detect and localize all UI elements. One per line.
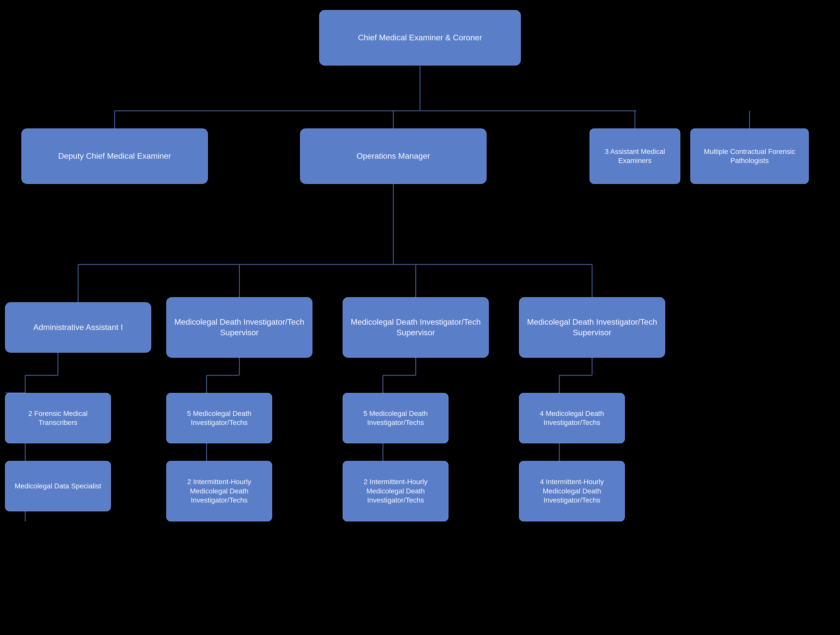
org-chart: Chief Medical Examiner & Coroner Deputy …: [0, 0, 840, 635]
node-deputy: Deputy Chief Medical Examiner: [21, 128, 208, 184]
node-contractual: Multiple Contractual Forensic Pathologis…: [690, 128, 809, 184]
node-intermittent-1: 2 Intermittent-Hourly Medicolegal Death …: [166, 461, 272, 522]
node-intermittent-2: 2 Intermittent-Hourly Medicolegal Death …: [343, 461, 448, 522]
node-inv-techs-1: 5 Medicolegal Death Investigator/Techs: [166, 393, 272, 443]
node-assistant-medical: 3 Assistant Medical Examiners: [590, 128, 680, 184]
node-operations: Operations Manager: [300, 128, 486, 184]
node-inv-techs-2: 5 Medicolegal Death Investigator/Techs: [343, 393, 448, 443]
node-chief: Chief Medical Examiner & Coroner: [319, 10, 521, 66]
node-data-specialist: Medicolegal Data Specialist: [5, 461, 111, 511]
node-intermittent-3: 4 Intermittent-Hourly Medicolegal Death …: [519, 461, 625, 522]
node-admin-asst: Administrative Assistant I: [5, 302, 151, 353]
node-inv-techs-3: 4 Medicolegal Death Investigator/Techs: [519, 393, 625, 443]
node-supervisor-2: Medicolegal Death Investigator/Tech Supe…: [343, 297, 489, 358]
node-supervisor-1: Medicolegal Death Investigator/Tech Supe…: [166, 297, 313, 358]
node-transcribers: 2 Forensic Medical Transcribers: [5, 393, 111, 443]
node-supervisor-3: Medicolegal Death Investigator/Tech Supe…: [519, 297, 665, 358]
